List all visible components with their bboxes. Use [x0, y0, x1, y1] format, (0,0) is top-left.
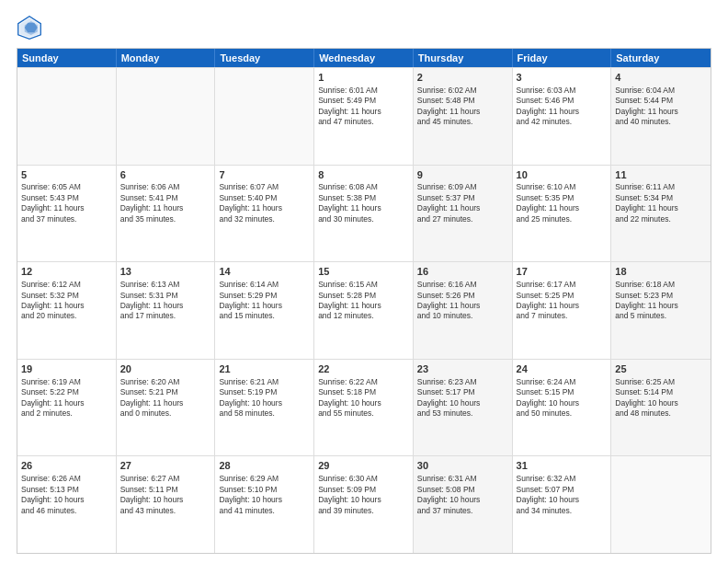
calendar-row: 1Sunrise: 6:01 AM Sunset: 5:49 PM Daylig…	[17, 67, 711, 165]
calendar-day-header: Friday	[513, 49, 612, 67]
day-number: 13	[120, 265, 211, 279]
calendar-cell: 9Sunrise: 6:09 AM Sunset: 5:37 PM Daylig…	[414, 166, 513, 262]
calendar-cell: 4Sunrise: 6:04 AM Sunset: 5:44 PM Daylig…	[611, 68, 711, 165]
calendar-cell	[215, 68, 314, 165]
calendar-cell: 26Sunrise: 6:26 AM Sunset: 5:13 PM Dayli…	[17, 456, 117, 553]
day-number: 31	[517, 459, 608, 473]
cell-info: Sunrise: 6:05 AM Sunset: 5:43 PM Dayligh…	[21, 182, 112, 224]
cell-info: Sunrise: 6:31 AM Sunset: 5:08 PM Dayligh…	[417, 474, 508, 516]
day-number: 3	[517, 71, 608, 85]
cell-info: Sunrise: 6:32 AM Sunset: 5:07 PM Dayligh…	[517, 474, 608, 516]
calendar-cell: 13Sunrise: 6:13 AM Sunset: 5:31 PM Dayli…	[117, 262, 216, 359]
day-number: 27	[120, 459, 211, 473]
calendar-row: 26Sunrise: 6:26 AM Sunset: 5:13 PM Dayli…	[17, 455, 711, 553]
calendar-cell: 10Sunrise: 6:10 AM Sunset: 5:35 PM Dayli…	[513, 166, 612, 262]
day-number: 25	[615, 362, 707, 376]
day-number: 4	[615, 71, 707, 85]
calendar-cell: 31Sunrise: 6:32 AM Sunset: 5:07 PM Dayli…	[513, 456, 612, 553]
day-number: 26	[21, 459, 112, 473]
calendar-cell: 11Sunrise: 6:11 AM Sunset: 5:34 PM Dayli…	[611, 166, 711, 262]
cell-info: Sunrise: 6:29 AM Sunset: 5:10 PM Dayligh…	[219, 474, 310, 516]
calendar-cell: 18Sunrise: 6:18 AM Sunset: 5:23 PM Dayli…	[611, 262, 711, 359]
logo	[17, 15, 46, 40]
cell-info: Sunrise: 6:19 AM Sunset: 5:22 PM Dayligh…	[21, 377, 112, 419]
calendar-day-header: Thursday	[414, 49, 513, 67]
calendar-cell	[117, 68, 216, 165]
cell-info: Sunrise: 6:13 AM Sunset: 5:31 PM Dayligh…	[120, 280, 211, 322]
cell-info: Sunrise: 6:21 AM Sunset: 5:19 PM Dayligh…	[219, 377, 310, 419]
cell-info: Sunrise: 6:08 AM Sunset: 5:38 PM Dayligh…	[318, 182, 409, 224]
cell-info: Sunrise: 6:24 AM Sunset: 5:15 PM Dayligh…	[517, 377, 608, 419]
calendar-cell: 8Sunrise: 6:08 AM Sunset: 5:38 PM Daylig…	[314, 166, 414, 262]
calendar-cell: 3Sunrise: 6:03 AM Sunset: 5:46 PM Daylig…	[513, 68, 612, 165]
day-number: 7	[219, 168, 310, 182]
calendar-cell	[17, 68, 117, 165]
day-number: 22	[318, 362, 409, 376]
cell-info: Sunrise: 6:20 AM Sunset: 5:21 PM Dayligh…	[120, 377, 211, 419]
calendar-cell: 25Sunrise: 6:25 AM Sunset: 5:14 PM Dayli…	[611, 360, 711, 456]
calendar-cell: 14Sunrise: 6:14 AM Sunset: 5:29 PM Dayli…	[215, 262, 314, 359]
calendar-cell: 19Sunrise: 6:19 AM Sunset: 5:22 PM Dayli…	[17, 360, 117, 456]
calendar: SundayMondayTuesdayWednesdayThursdayFrid…	[17, 48, 711, 554]
day-number: 16	[417, 265, 508, 279]
calendar-cell: 28Sunrise: 6:29 AM Sunset: 5:10 PM Dayli…	[215, 456, 314, 553]
day-number: 14	[219, 265, 310, 279]
cell-info: Sunrise: 6:01 AM Sunset: 5:49 PM Dayligh…	[318, 86, 409, 128]
day-number: 23	[417, 362, 508, 376]
day-number: 29	[318, 459, 409, 473]
calendar-cell: 12Sunrise: 6:12 AM Sunset: 5:32 PM Dayli…	[17, 262, 117, 359]
cell-info: Sunrise: 6:06 AM Sunset: 5:41 PM Dayligh…	[120, 182, 211, 224]
day-number: 12	[21, 265, 112, 279]
calendar-cell: 29Sunrise: 6:30 AM Sunset: 5:09 PM Dayli…	[314, 456, 414, 553]
day-number: 10	[517, 168, 608, 182]
day-number: 30	[417, 459, 508, 473]
day-number: 19	[21, 362, 112, 376]
cell-info: Sunrise: 6:30 AM Sunset: 5:09 PM Dayligh…	[318, 474, 409, 516]
calendar-body: 1Sunrise: 6:01 AM Sunset: 5:49 PM Daylig…	[17, 67, 711, 553]
calendar-cell: 27Sunrise: 6:27 AM Sunset: 5:11 PM Dayli…	[117, 456, 216, 553]
cell-info: Sunrise: 6:18 AM Sunset: 5:23 PM Dayligh…	[615, 280, 707, 322]
day-number: 24	[517, 362, 608, 376]
cell-info: Sunrise: 6:10 AM Sunset: 5:35 PM Dayligh…	[517, 182, 608, 224]
cell-info: Sunrise: 6:12 AM Sunset: 5:32 PM Dayligh…	[21, 280, 112, 322]
calendar-header: SundayMondayTuesdayWednesdayThursdayFrid…	[17, 49, 711, 67]
day-number: 1	[318, 71, 409, 85]
calendar-day-header: Tuesday	[215, 49, 314, 67]
logo-icon	[17, 15, 42, 40]
calendar-day-header: Sunday	[17, 49, 117, 67]
cell-info: Sunrise: 6:23 AM Sunset: 5:17 PM Dayligh…	[417, 377, 508, 419]
day-number: 2	[417, 71, 508, 85]
calendar-cell: 1Sunrise: 6:01 AM Sunset: 5:49 PM Daylig…	[314, 68, 414, 165]
cell-info: Sunrise: 6:16 AM Sunset: 5:26 PM Dayligh…	[417, 280, 508, 322]
calendar-cell: 5Sunrise: 6:05 AM Sunset: 5:43 PM Daylig…	[17, 166, 117, 262]
calendar-cell: 7Sunrise: 6:07 AM Sunset: 5:40 PM Daylig…	[215, 166, 314, 262]
calendar-cell	[611, 456, 711, 553]
cell-info: Sunrise: 6:25 AM Sunset: 5:14 PM Dayligh…	[615, 377, 707, 419]
day-number: 8	[318, 168, 409, 182]
day-number: 18	[615, 265, 707, 279]
cell-info: Sunrise: 6:14 AM Sunset: 5:29 PM Dayligh…	[219, 280, 310, 322]
calendar-cell: 24Sunrise: 6:24 AM Sunset: 5:15 PM Dayli…	[513, 360, 612, 456]
day-number: 6	[120, 168, 211, 182]
cell-info: Sunrise: 6:26 AM Sunset: 5:13 PM Dayligh…	[21, 474, 112, 516]
calendar-row: 12Sunrise: 6:12 AM Sunset: 5:32 PM Dayli…	[17, 261, 711, 359]
calendar-cell: 20Sunrise: 6:20 AM Sunset: 5:21 PM Dayli…	[117, 360, 216, 456]
day-number: 9	[417, 168, 508, 182]
calendar-cell: 15Sunrise: 6:15 AM Sunset: 5:28 PM Dayli…	[314, 262, 414, 359]
calendar-cell: 22Sunrise: 6:22 AM Sunset: 5:18 PM Dayli…	[314, 360, 414, 456]
cell-info: Sunrise: 6:02 AM Sunset: 5:48 PM Dayligh…	[417, 86, 508, 128]
day-number: 28	[219, 459, 310, 473]
page: SundayMondayTuesdayWednesdayThursdayFrid…	[0, 0, 728, 563]
day-number: 15	[318, 265, 409, 279]
calendar-cell: 17Sunrise: 6:17 AM Sunset: 5:25 PM Dayli…	[513, 262, 612, 359]
calendar-day-header: Saturday	[611, 49, 711, 67]
day-number: 21	[219, 362, 310, 376]
calendar-row: 19Sunrise: 6:19 AM Sunset: 5:22 PM Dayli…	[17, 359, 711, 456]
day-number: 5	[21, 168, 112, 182]
calendar-row: 5Sunrise: 6:05 AM Sunset: 5:43 PM Daylig…	[17, 165, 711, 262]
day-number: 20	[120, 362, 211, 376]
cell-info: Sunrise: 6:22 AM Sunset: 5:18 PM Dayligh…	[318, 377, 409, 419]
cell-info: Sunrise: 6:11 AM Sunset: 5:34 PM Dayligh…	[615, 182, 707, 224]
header	[17, 15, 711, 40]
cell-info: Sunrise: 6:03 AM Sunset: 5:46 PM Dayligh…	[517, 86, 608, 128]
